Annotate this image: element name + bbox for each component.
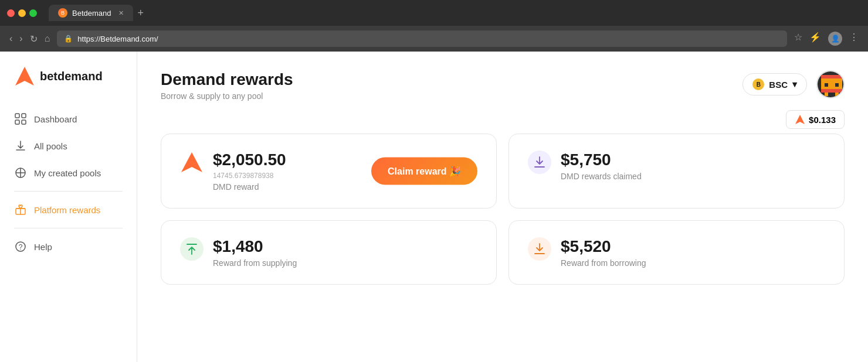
active-tab[interactable]: B Betdemand ✕ (49, 5, 133, 21)
claimed-icon (533, 156, 546, 169)
bsc-icon: B (752, 78, 764, 90)
browser-nav-icons: ☆ ⚡ 👤 ⋮ (794, 32, 859, 46)
home-button[interactable]: ⌂ (45, 33, 50, 44)
titlebar: B Betdemand ✕ + (0, 0, 868, 26)
forward-button[interactable]: › (19, 33, 22, 44)
all-pools-icon (14, 139, 27, 152)
tab-favicon: B (58, 8, 67, 18)
svg-rect-2 (22, 114, 26, 118)
extensions-icon[interactable]: ⚡ (809, 32, 821, 46)
main-content: Demand rewards Borrow & supply to any po… (137, 52, 868, 362)
dmd-claimed-label: DMD rewards claimed (561, 172, 642, 181)
borrow-reward-label: Reward from borrowing (561, 258, 646, 268)
reload-button[interactable]: ↻ (30, 33, 38, 45)
svg-rect-20 (825, 93, 828, 96)
network-selector[interactable]: B BSC ▾ (742, 73, 807, 95)
page-title-block: Demand rewards Borrow & supply to any po… (161, 70, 293, 101)
card-info-supply: $1,480 Reward from supplying (213, 237, 297, 268)
maximize-button[interactable] (29, 9, 37, 17)
address-bar: ‹ › ↻ ⌂ 🔒 https://Betdemand.com/ ☆ ⚡ 👤 ⋮ (0, 26, 868, 52)
logo-text: betdemand (40, 70, 103, 83)
dmd-reward-sub: 14745.6739878938 (213, 172, 286, 180)
svg-rect-13 (839, 75, 842, 78)
new-tab-button[interactable]: + (138, 7, 144, 19)
svg-rect-18 (835, 83, 839, 87)
traffic-lights (7, 9, 37, 17)
page-subtitle: Borrow & supply to any pool (161, 91, 293, 101)
help-icon: ? (14, 240, 27, 253)
card-top-claimed: $5,750 DMD rewards claimed (528, 151, 825, 181)
svg-rect-19 (821, 89, 842, 93)
sidebar-divider-2 (14, 228, 123, 228)
bookmark-icon[interactable]: ☆ (794, 32, 802, 46)
supply-reward-value: $1,480 (213, 237, 297, 256)
dashboard-icon (14, 112, 27, 125)
close-button[interactable] (7, 9, 15, 17)
sidebar-divider (14, 191, 123, 192)
svg-rect-15 (821, 78, 842, 82)
svg-marker-22 (795, 115, 805, 124)
user-avatar[interactable] (816, 70, 845, 98)
dmd-claimed-card: $5,750 DMD rewards claimed (508, 134, 845, 209)
sidebar-item-help[interactable]: ? Help (0, 233, 137, 260)
dmd-reward-label: DMD reward (213, 182, 286, 192)
page-title: Demand rewards (161, 70, 293, 89)
svg-rect-16 (821, 82, 842, 89)
minimize-button[interactable] (18, 9, 26, 17)
help-label: Help (34, 242, 52, 252)
pixel-avatar (818, 71, 845, 98)
sidebar-item-dashboard[interactable]: Dashboard (0, 105, 137, 132)
dmd-reward-card: $2,050.50 14745.6739878938 DMD reward Cl… (161, 134, 497, 209)
logo: betdemand (0, 66, 137, 105)
svg-rect-3 (15, 120, 19, 124)
sidebar: betdemand Dashboard All pools (0, 52, 137, 362)
svg-text:?: ? (19, 243, 23, 251)
supply-reward-card: $1,480 Reward from supplying (161, 220, 497, 285)
svg-marker-23 (181, 152, 202, 172)
supply-reward-label: Reward from supplying (213, 258, 297, 268)
claim-reward-label: Claim reward 🎉 (388, 166, 461, 177)
card-top-borrow: $5,520 Reward from borrowing (528, 237, 825, 268)
borrow-reward-card: $5,520 Reward from borrowing (508, 220, 845, 285)
borrow-icon-wrap (528, 237, 551, 261)
claim-reward-button[interactable]: Claim reward 🎉 (371, 158, 477, 185)
card-info: $2,050.50 14745.6739878938 DMD reward (213, 151, 286, 192)
tab-bar: B Betdemand ✕ + (49, 5, 144, 21)
price-icon (795, 114, 805, 125)
dashboard-label: Dashboard (34, 114, 77, 124)
card-info-borrow: $5,520 Reward from borrowing (561, 237, 646, 268)
browser-chrome: B Betdemand ✕ + ‹ › ↻ ⌂ 🔒 https://Betdem… (0, 0, 868, 52)
menu-icon[interactable]: ⋮ (849, 32, 859, 46)
sidebar-item-my-created-pools[interactable]: My created pools (0, 159, 137, 186)
sidebar-item-platform-rewards[interactable]: Platform rewards (0, 196, 137, 223)
svg-rect-1 (15, 114, 19, 118)
my-created-pools-icon (14, 166, 27, 179)
borrow-reward-value: $5,520 (561, 237, 646, 256)
price-badge: $0.133 (786, 110, 845, 129)
tab-close-button[interactable]: ✕ (118, 9, 124, 17)
price-value: $0.133 (809, 115, 836, 125)
sidebar-item-all-pools[interactable]: All pools (0, 132, 137, 159)
dmd-logo-icon (180, 151, 204, 174)
tab-title: Betdemand (72, 9, 111, 18)
url-text: https://Betdemand.com/ (77, 35, 158, 43)
dmd-claimed-value: $5,750 (561, 151, 642, 169)
app: betdemand Dashboard All pools (0, 52, 868, 362)
profile-avatar[interactable]: 👤 (828, 32, 842, 46)
platform-rewards-icon (14, 203, 27, 216)
svg-rect-17 (825, 83, 828, 87)
svg-rect-14 (825, 75, 839, 78)
card-info-claimed: $5,750 DMD rewards claimed (561, 151, 642, 181)
svg-marker-0 (15, 67, 34, 86)
address-input[interactable]: 🔒 https://Betdemand.com/ (57, 30, 787, 47)
lock-icon: 🔒 (64, 35, 73, 43)
card-top-supply: $1,480 Reward from supplying (180, 237, 477, 268)
dmd-reward-value: $2,050.50 (213, 151, 286, 169)
chevron-down-icon: ▾ (792, 79, 797, 90)
claimed-icon-wrap (528, 151, 551, 174)
cards-grid: $2,050.50 14745.6739878938 DMD reward Cl… (161, 134, 845, 285)
back-button[interactable]: ‹ (9, 33, 12, 44)
borrow-icon (533, 243, 546, 255)
svg-rect-12 (821, 75, 825, 78)
network-label: BSC (769, 80, 788, 90)
